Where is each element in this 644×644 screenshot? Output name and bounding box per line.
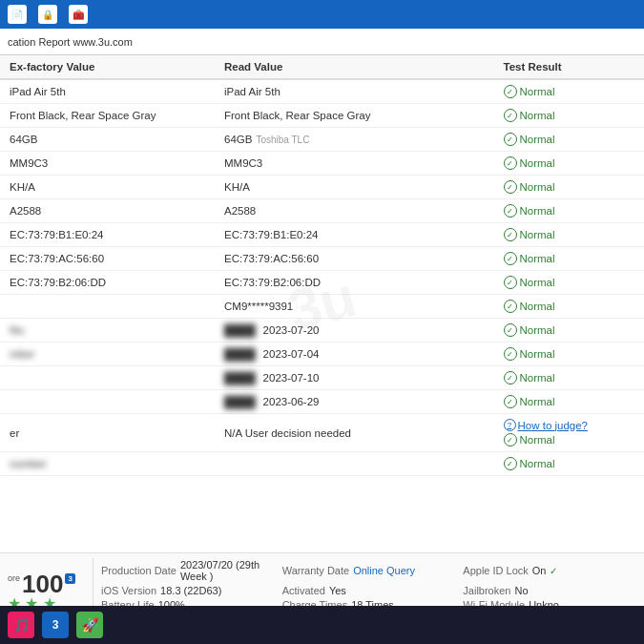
readval-cell: 64GBToshiba TLC bbox=[215, 128, 494, 152]
activated-label: Activated bbox=[282, 585, 325, 596]
table-row: ████2023-07-10✓Normal bbox=[0, 366, 644, 390]
normal-badge: ✓Normal bbox=[504, 85, 635, 98]
normal-badge: ✓Normal bbox=[504, 276, 635, 289]
jailbroken-value: No bbox=[514, 585, 528, 596]
check-icon: ✓ bbox=[504, 371, 517, 384]
result-cell: ✓Normal bbox=[494, 79, 645, 104]
activated-row: Activated Yes bbox=[282, 584, 456, 597]
result-cell: ✓Normal bbox=[494, 128, 645, 152]
taskbar-3u-icon[interactable]: 3 bbox=[42, 612, 69, 638]
normal-badge: ✓Normal bbox=[504, 204, 635, 218]
table-row: KH/AKH/A✓Normal bbox=[0, 176, 644, 199]
taskbar-music-icon[interactable]: 🎵 bbox=[8, 612, 34, 638]
ios-version-value: 18.3 (22D63) bbox=[160, 585, 221, 596]
app-icon-3: 🧰 bbox=[69, 5, 88, 24]
table-row: ████2023-06-29✓Normal bbox=[0, 390, 644, 414]
check-icon: ✓ bbox=[504, 276, 517, 289]
check-icon: ✓ bbox=[504, 300, 517, 313]
table-row: iPad Air 5thiPad Air 5th✓Normal bbox=[0, 79, 644, 104]
exfactory-cell: EC:73:79:B1:E0:24 bbox=[0, 223, 215, 247]
header-result: Test Result bbox=[494, 55, 645, 79]
normal-text: Normal bbox=[520, 277, 555, 288]
taskbar-rocket-icon[interactable]: 🚀 bbox=[76, 612, 103, 638]
score-value: 100 bbox=[22, 571, 63, 596]
table-row: A2588A2588✓Normal bbox=[0, 199, 644, 223]
normal-badge: ✓Normal bbox=[504, 252, 635, 265]
production-date-value: 2023/07/20 (29th Week ) bbox=[180, 559, 275, 582]
table-row: No.████2023-07-20✓Normal bbox=[0, 319, 644, 343]
question-icon: ? bbox=[504, 419, 516, 431]
result-cell: ✓Normal bbox=[494, 223, 645, 247]
table-row: Front Black, Rear Space GrayFront Black,… bbox=[0, 104, 644, 128]
taskbar: 🎵 3 🚀 bbox=[0, 606, 644, 644]
check-icon: ✓ bbox=[504, 180, 517, 194]
normal-text: Normal bbox=[520, 458, 555, 469]
apple-id-lock-label: Apple ID Lock bbox=[463, 565, 528, 576]
readval-cell: EC:73:79:B2:06:DD bbox=[215, 271, 494, 295]
normal-text: Normal bbox=[520, 134, 555, 145]
normal-text: Normal bbox=[520, 229, 555, 240]
jailbroken-label: Jailbroken bbox=[463, 585, 510, 596]
result-cell: ✓Normal bbox=[494, 152, 645, 176]
report-table: Ex-factory Value Read Value Test Result … bbox=[0, 55, 644, 476]
check-icon: ✓ bbox=[504, 156, 517, 170]
normal-text: Normal bbox=[520, 324, 555, 336]
readval-cell: ████2023-07-20 bbox=[215, 319, 494, 343]
warranty-date-value[interactable]: Online Query bbox=[353, 565, 415, 576]
readval-cell: MM9C3 bbox=[215, 152, 494, 176]
exfactory-cell: number bbox=[0, 452, 215, 476]
readval-cell: A2588 bbox=[215, 199, 494, 223]
exfactory-cell: Front Black, Rear Space Gray bbox=[0, 104, 215, 128]
normal-text: Normal bbox=[520, 110, 555, 121]
table-row: EC:73:79:B1:E0:24EC:73:79:B1:E0:24✓Norma… bbox=[0, 223, 644, 247]
result-cell: ✓Normal bbox=[494, 176, 645, 199]
normal-badge: ✓Normal bbox=[504, 133, 635, 146]
check-icon: ✓ bbox=[504, 228, 517, 241]
ios-version-label: iOS Version bbox=[101, 585, 156, 596]
check-icon: ✓ bbox=[504, 85, 517, 98]
normal-badge: ✓Normal bbox=[504, 300, 635, 313]
header-exfactory: Ex-factory Value bbox=[0, 55, 215, 79]
exfactory-cell: iPad Air 5th bbox=[0, 79, 215, 104]
normal-badge: ✓Normal bbox=[504, 228, 635, 241]
normal-text: Normal bbox=[520, 157, 555, 169]
table-header-row: Ex-factory Value Read Value Test Result bbox=[0, 55, 644, 79]
result-cell: ✓Normal bbox=[494, 390, 645, 414]
exfactory-cell: KH/A bbox=[0, 176, 215, 199]
address-bar: cation Report www.3u.com bbox=[0, 29, 644, 55]
table-row: erN/A User decision needed? How to judge… bbox=[0, 414, 644, 452]
normal-badge: ✓Normal bbox=[504, 371, 635, 384]
check-icon: ✓ bbox=[504, 252, 517, 265]
apple-lock-indicator: ✓ bbox=[550, 566, 557, 576]
exfactory-cell: No. bbox=[0, 319, 215, 343]
check-icon-2: ✓ bbox=[504, 433, 517, 447]
table-row: MM9C3MM9C3✓Normal bbox=[0, 152, 644, 176]
result-cell: ✓Normal bbox=[494, 295, 645, 319]
table-row: EC:73:79:AC:56:60EC:73:79:AC:56:60✓Norma… bbox=[0, 247, 644, 271]
warranty-date-label: Warranty Date bbox=[282, 565, 350, 576]
result-cell: ✓Normal bbox=[494, 366, 645, 390]
normal-badge: ✓Normal bbox=[504, 180, 635, 194]
normal-text: Normal bbox=[520, 348, 555, 360]
app-icon-2: 🔒 bbox=[38, 5, 57, 24]
how-to-judge-link[interactable]: ? How to judge? bbox=[504, 419, 635, 431]
exfactory-cell bbox=[0, 366, 215, 390]
normal-badge: ✓Normal bbox=[504, 323, 635, 337]
exfactory-cell bbox=[0, 390, 215, 414]
readval-cell: EC:73:79:B1:E0:24 bbox=[215, 223, 494, 247]
check-icon: ✓ bbox=[504, 204, 517, 218]
table-row: EC:73:79:B2:06:DDEC:73:79:B2:06:DD✓Norma… bbox=[0, 271, 644, 295]
check-icon: ✓ bbox=[504, 133, 517, 146]
readval-cell: KH/A bbox=[215, 176, 494, 199]
normal-badge-2: ✓Normal bbox=[504, 433, 635, 447]
activated-value: Yes bbox=[329, 585, 346, 596]
check-icon: ✓ bbox=[504, 457, 517, 470]
header-readval: Read Value bbox=[215, 55, 494, 79]
main-content: 3u Ex-factory Value Read Value Test Resu… bbox=[0, 55, 644, 552]
readval-cell: ████2023-07-04 bbox=[215, 343, 494, 366]
ios-version-row: iOS Version 18.3 (22D63) bbox=[101, 584, 275, 597]
normal-badge: ✓Normal bbox=[504, 156, 635, 170]
table-row: mber████2023-07-04✓Normal bbox=[0, 343, 644, 366]
exfactory-cell: EC:73:79:AC:56:60 bbox=[0, 247, 215, 271]
title-bar: 📄 🔒 🧰 bbox=[0, 0, 644, 29]
